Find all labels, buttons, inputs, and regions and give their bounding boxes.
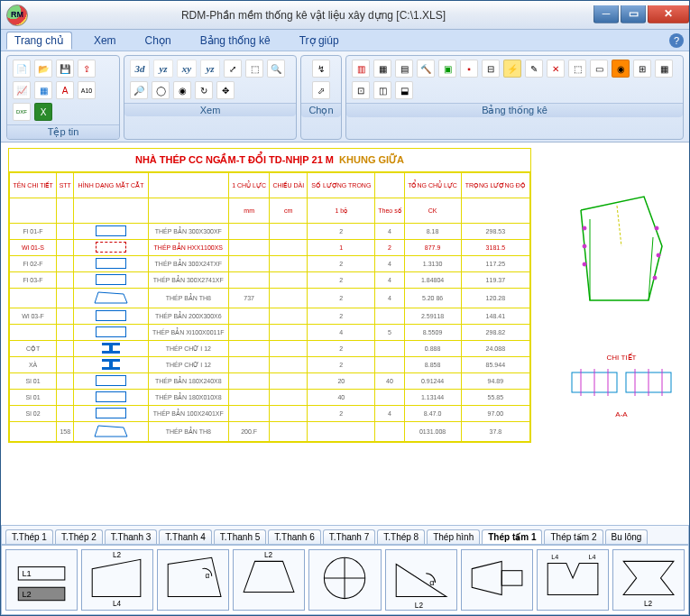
table-row[interactable]: THÉP BẢN Xi100X0011F458.5509298.82: [10, 325, 530, 341]
b5-icon[interactable]: ▦: [655, 60, 673, 78]
new-icon[interactable]: 📄: [13, 60, 31, 78]
save-icon[interactable]: 💾: [56, 60, 74, 78]
b4-icon[interactable]: ⊞: [633, 60, 651, 78]
t5-icon[interactable]: ▣: [438, 60, 456, 78]
gallery-shape-5[interactable]: [308, 549, 381, 611]
ribbon: 📄 📂 💾 ⇪ 📈 ▦ A A10 DXF X Tệp tin 3d yz xy…: [1, 51, 689, 143]
a10-icon[interactable]: A10: [78, 81, 96, 99]
t3-icon[interactable]: ▤: [395, 60, 413, 78]
svg-point-7: [653, 276, 657, 280]
b8-icon[interactable]: ⬓: [395, 81, 413, 99]
app-logo: [6, 5, 28, 26]
view-xy-button[interactable]: xy: [177, 60, 197, 78]
svg-text:L1: L1: [22, 569, 31, 578]
view-yz2-button[interactable]: yz: [200, 60, 220, 78]
zoom-extents-icon[interactable]: ⤢: [224, 60, 242, 78]
sheet-tab[interactable]: T.Thanh 6: [268, 529, 320, 544]
svg-text:L4: L4: [113, 600, 122, 608]
pencil-icon[interactable]: ✎: [525, 60, 543, 78]
table-row[interactable]: Fl 02-FTHÉP BẢN 300X24TXF241.3130117.25: [10, 256, 530, 272]
excel-icon[interactable]: X: [34, 103, 52, 121]
titlebar: RDM-Phần mềm thống kê vật liệu xây dựng …: [1, 1, 689, 30]
sheet-tab[interactable]: T.Thép 8: [377, 529, 425, 544]
sheet-tab[interactable]: Bu lông: [605, 529, 649, 544]
table-row[interactable]: Fl 01-FTHÉP BẢN 300X300XF248.18298.53: [10, 224, 530, 240]
menubar: Trang chủXemChọnBảng thống kêTrợ giúp?: [1, 30, 689, 51]
b6-icon[interactable]: ⊡: [352, 81, 370, 99]
t2-icon[interactable]: ▦: [373, 60, 391, 78]
sheet-tab[interactable]: T.Thanh 7: [323, 529, 375, 544]
table-row[interactable]: 158THÉP BẢN TH8200.F0131.00837.8: [10, 422, 530, 442]
sheet-tab[interactable]: Thép tấm 2: [544, 529, 603, 544]
menu-chọn[interactable]: Chọn: [138, 32, 179, 49]
sheet-tab[interactable]: T.Thép 1: [5, 529, 53, 544]
gallery-shape-2[interactable]: L2L4: [81, 549, 153, 611]
menu-xem[interactable]: Xem: [87, 32, 124, 49]
table-row[interactable]: Sl 02THÉP BẢN 100X2401XF248.47.097.00: [10, 406, 530, 422]
svg-marker-31: [396, 564, 446, 596]
table-row[interactable]: Sl 01THÉP BẢN 180X240X820400.9124494.89: [10, 373, 530, 390]
gallery-shape-1[interactable]: L1L2: [5, 549, 78, 611]
sheet-tab[interactable]: T.Thép 2: [55, 529, 103, 544]
t1-icon[interactable]: ▥: [352, 60, 370, 78]
refresh-icon[interactable]: ↻: [195, 81, 213, 99]
dxf-icon[interactable]: DXF: [13, 103, 31, 121]
export-icon[interactable]: ⇪: [78, 60, 96, 78]
sheet-tab[interactable]: Thép tấm 1: [482, 529, 542, 544]
select-lasso-icon[interactable]: ↯: [312, 60, 330, 78]
text-a-icon[interactable]: A: [56, 81, 74, 99]
zoom-window-icon[interactable]: ⬚: [245, 60, 263, 78]
sheet-tab[interactable]: T.Thanh 5: [214, 529, 266, 544]
t6-icon[interactable]: ▪: [460, 60, 478, 78]
gallery-shape-8[interactable]: L4L4: [537, 549, 609, 611]
table-row[interactable]: Wl 01-STHÉP BẢN HXX1100XS12877.93181.5: [10, 240, 530, 256]
open-icon[interactable]: 📂: [34, 60, 52, 78]
zoom-out-icon[interactable]: 🔎: [130, 81, 148, 99]
view-yz-button[interactable]: yz: [153, 60, 173, 78]
chart-icon[interactable]: 📈: [13, 81, 31, 99]
table-row[interactable]: Fl 03-FTHÉP BẢN 300X2741XF241.84804119.3…: [10, 272, 530, 289]
gallery-shape-4[interactable]: L2: [233, 549, 305, 611]
menu-trợ-giúp[interactable]: Trợ giúp: [292, 32, 346, 49]
pan-icon[interactable]: ✥: [216, 81, 235, 99]
svg-text:α: α: [206, 572, 210, 580]
table-row[interactable]: CỘTTHÉP CHỮ I 1220.88824.088: [10, 341, 530, 357]
gallery-shape-6[interactable]: αL2: [385, 549, 457, 611]
table-row[interactable]: Wl 03-FTHÉP BẢN 200X300X622.59118148.41: [10, 308, 530, 325]
zoom-all-icon[interactable]: ◉: [173, 81, 191, 99]
b7-icon[interactable]: ◫: [373, 81, 391, 99]
gallery-shape-3[interactable]: α: [157, 549, 229, 611]
drawing-canvas[interactable]: NHÀ THÉP CC NGẦM-T ĐỔI TD-NHỊP 21 M KHUN…: [1, 143, 689, 525]
zoom-fit-icon[interactable]: ◯: [152, 81, 170, 99]
maximize-button[interactable]: ▭: [621, 5, 646, 23]
svg-marker-21: [92, 559, 141, 596]
hammer-icon[interactable]: 🔨: [417, 60, 435, 78]
gallery-shape-9[interactable]: L2: [612, 549, 685, 611]
sheet-tab[interactable]: Thép hình: [427, 529, 480, 544]
select-pointer-icon[interactable]: ⬀: [312, 81, 330, 99]
table-row[interactable]: XÀTHÉP CHỮ I 1228.85885.944: [10, 357, 530, 373]
svg-marker-26: [244, 561, 295, 592]
sheet-tab[interactable]: T.Thanh 4: [159, 529, 211, 544]
b1-icon[interactable]: ⬚: [568, 60, 586, 78]
bolt-icon[interactable]: ⚡: [503, 60, 521, 78]
section-label: A-A: [563, 410, 680, 418]
table-row[interactable]: Sl 01THÉP BẢN 180X010X8401.1314455.85: [10, 390, 530, 406]
b2-icon[interactable]: ▭: [590, 60, 608, 78]
menu-trang-chủ[interactable]: Trang chủ: [6, 32, 72, 50]
menu-bảng-thống-kê[interactable]: Bảng thống kê: [193, 32, 278, 49]
gallery-shape-7[interactable]: [461, 549, 533, 611]
sheet-tab[interactable]: T.Thanh 3: [105, 529, 157, 544]
grid-icon[interactable]: ▦: [34, 81, 52, 99]
t7-icon[interactable]: ⊟: [482, 60, 500, 78]
b3-icon[interactable]: ◉: [612, 60, 630, 78]
view-3d-button[interactable]: 3d: [130, 60, 150, 78]
table-row[interactable]: THÉP BẢN TH8737245.20 86120.28: [10, 289, 530, 308]
help-button[interactable]: ?: [669, 33, 684, 48]
zoom-in-icon[interactable]: 🔍: [267, 60, 285, 78]
minimize-button[interactable]: ─: [593, 5, 619, 23]
delete-icon[interactable]: ✕: [547, 60, 565, 78]
close-button[interactable]: ✕: [648, 5, 689, 23]
detail-view: CHI TIẾT A-A: [563, 188, 680, 418]
ribbon-group-label: Chọn: [301, 103, 341, 117]
